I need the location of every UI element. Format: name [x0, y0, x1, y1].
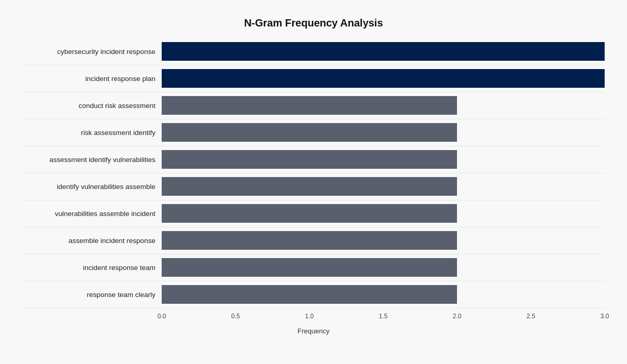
x-axis: 0.00.51.01.52.02.53.0 [22, 313, 605, 325]
bar-label: response team clearly [22, 291, 162, 299]
bar-fill [162, 285, 457, 304]
bar-fill [162, 42, 605, 61]
bar-track [162, 69, 605, 88]
bar-fill [162, 69, 605, 88]
x-tick: 3.0 [600, 313, 609, 320]
bar-label: assemble incident response [22, 237, 162, 245]
x-tick: 2.0 [453, 313, 462, 320]
bar-label: assessment identify vulnerabilities [22, 156, 162, 164]
x-tick: 1.0 [305, 313, 314, 320]
bar-fill [162, 123, 457, 142]
bar-track [162, 231, 605, 250]
bar-row: cybersecurity incident response [22, 38, 605, 65]
bar-fill [162, 96, 457, 115]
bar-fill [162, 258, 457, 277]
bar-row: response team clearly [22, 281, 605, 308]
bar-track [162, 96, 605, 115]
bar-track [162, 42, 605, 61]
bar-fill [162, 231, 457, 250]
chart-container: N-Gram Frequency Analysis cybersecurity … [12, 9, 615, 356]
bar-row: incident response plan [22, 65, 605, 92]
bar-fill [162, 150, 457, 169]
bar-track [162, 177, 605, 196]
chart-title: N-Gram Frequency Analysis [22, 17, 605, 29]
bar-track [162, 285, 605, 304]
bar-label: incident response plan [22, 75, 162, 83]
bar-label: identify vulnerabilities assemble [22, 183, 162, 191]
x-tick: 2.5 [527, 313, 535, 320]
bar-label: incident response team [22, 264, 162, 272]
bar-label: risk assessment identify [22, 129, 162, 137]
bar-track [162, 123, 605, 142]
bar-label: cybersecurity incident response [22, 48, 162, 56]
bar-row: identify vulnerabilities assemble [22, 173, 605, 200]
x-axis-label: Frequency [22, 327, 605, 335]
bar-row: incident response team [22, 254, 605, 281]
chart-area: cybersecurity incident responseincident … [22, 38, 605, 308]
bar-row: conduct risk assessment [22, 92, 605, 119]
bar-fill [162, 177, 457, 196]
x-tick: 0.0 [158, 313, 166, 320]
bar-row: vulnerabilities assemble incident [22, 200, 605, 227]
x-tick: 0.5 [231, 313, 240, 320]
bar-label: vulnerabilities assemble incident [22, 210, 162, 218]
bar-track [162, 150, 605, 169]
bar-label: conduct risk assessment [22, 102, 162, 110]
bar-row: assemble incident response [22, 227, 605, 254]
x-tick: 1.5 [379, 313, 388, 320]
bar-row: risk assessment identify [22, 119, 605, 146]
bar-row: assessment identify vulnerabilities [22, 146, 605, 173]
bar-track [162, 258, 605, 277]
bar-track [162, 204, 605, 223]
bar-fill [162, 204, 457, 223]
